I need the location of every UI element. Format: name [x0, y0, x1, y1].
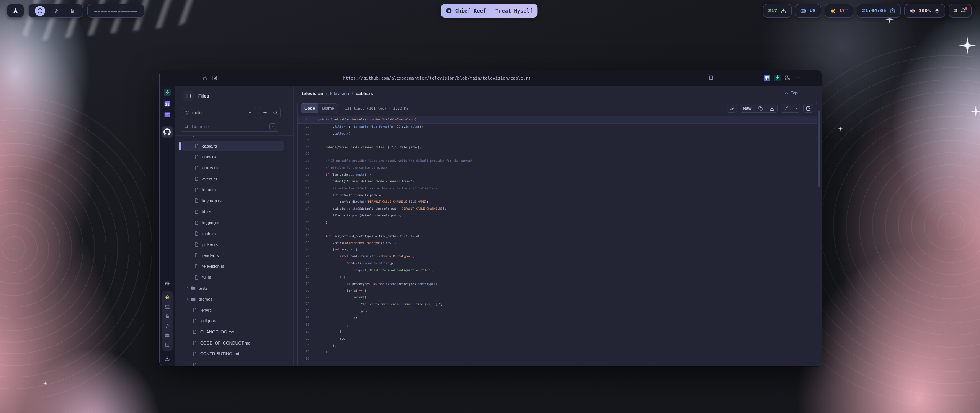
line-number[interactable]: 53 [298, 130, 309, 137]
line-number[interactable]: 57 [298, 158, 309, 164]
workspace-music-note-button[interactable] [165, 323, 170, 328]
status-notifications[interactable]: 8 [949, 4, 972, 18]
line-number[interactable]: 70 [298, 246, 309, 253]
line-number[interactable]: 63 [298, 198, 309, 205]
workspace-laptop-button[interactable] [165, 304, 170, 309]
breadcrumb-dir[interactable]: television [330, 91, 349, 96]
tree-item-television.rs[interactable]: television.rs [175, 261, 293, 272]
line-number[interactable]: 62 [298, 192, 309, 199]
ellipsis-icon[interactable] [794, 75, 800, 81]
tree-item-CONTRIBUTING.md[interactable]: CONTRIBUTING.md [175, 348, 293, 359]
workspace-notes-button[interactable] [165, 342, 170, 348]
media-player-pill[interactable]: Chief Keef - Treat Myself [441, 4, 537, 18]
workspace-padlock-button[interactable] [165, 314, 170, 319]
tree-item-render.rs[interactable]: render.rs [175, 250, 293, 261]
window-scrollbar[interactable] [818, 88, 820, 364]
line-number[interactable]: 77 [298, 294, 309, 301]
tree-item-event.rs[interactable]: event.rs [175, 173, 293, 184]
puzzle-icon[interactable] [784, 75, 790, 81]
collapse-sidebar-button[interactable] [183, 91, 194, 101]
tree-item-lib.rs[interactable]: lib.rs [175, 206, 293, 217]
workspace-document[interactable] [67, 5, 77, 16]
status-weather[interactable]: 17° [825, 4, 853, 18]
tree-item-CODE_OF_CONDUCT.md[interactable]: CODE_OF_CONDUCT.md [175, 337, 293, 348]
tree-item-CHANGELOG.md[interactable]: CHANGELOG.md [175, 327, 293, 338]
download-raw-button[interactable] [766, 104, 777, 112]
line-number[interactable]: 67 [298, 226, 309, 233]
line-number[interactable]: 83 [298, 335, 309, 342]
line-number[interactable]: 58 [298, 164, 309, 171]
pinned-tab-calendar-31[interactable]: 31 [164, 100, 171, 107]
edit-dropdown-button[interactable] [792, 104, 800, 112]
line-number[interactable]: 54 [298, 137, 309, 144]
tree-item-main.rs[interactable]: main.rs [175, 228, 293, 239]
new-file-button[interactable] [260, 107, 270, 118]
bookmark-icon[interactable] [708, 75, 714, 81]
edit-button[interactable] [781, 104, 792, 112]
line-number[interactable]: 86 [298, 356, 309, 363]
line-number[interactable]: 72 [298, 260, 309, 267]
breadcrumb-repo[interactable]: television [302, 91, 323, 96]
raw-button[interactable]: Raw [740, 104, 755, 112]
copy-button[interactable] [755, 104, 766, 112]
symbols-panel-button[interactable] [803, 104, 813, 113]
line-number[interactable]: 43 [298, 116, 309, 123]
lock-icon[interactable] [202, 75, 207, 81]
active-tab-github[interactable] [162, 126, 173, 138]
line-number[interactable]: 61 [298, 185, 309, 192]
pinned-tab-bolt-pinned[interactable] [164, 89, 171, 96]
window-title-pill[interactable]: _____________ [87, 4, 144, 18]
tree-item-input.rs[interactable]: input.rs [175, 184, 293, 195]
line-number[interactable]: 76 [298, 288, 309, 294]
tab-blame[interactable]: Blame [318, 106, 338, 111]
tree-item-tests[interactable]: tests [175, 283, 293, 294]
line-number[interactable]: 74 [298, 274, 309, 281]
line-number[interactable]: 69 [298, 240, 309, 247]
launcher-button[interactable] [7, 4, 24, 18]
line-number[interactable]: 82 [298, 328, 309, 335]
url-text[interactable]: https://github.com/alexpasmantier/televi… [217, 70, 657, 86]
line-number[interactable]: 85 [298, 349, 309, 356]
line-number[interactable]: 55 [298, 144, 309, 151]
line-number[interactable]: 66 [298, 219, 309, 226]
bitwarden-icon[interactable] [764, 75, 770, 81]
workspace-briefcase-button[interactable] [165, 333, 170, 338]
line-number[interactable]: 59 [298, 171, 309, 178]
tree-item-draw.rs[interactable]: draw.rs [175, 151, 293, 163]
line-number[interactable]: 81 [298, 322, 309, 328]
line-number[interactable]: 79 [298, 308, 309, 315]
goto-file-box[interactable]: t [181, 122, 279, 132]
line-number[interactable]: 75 [298, 281, 309, 288]
tree-item-picker.rs[interactable]: picker.rs [175, 239, 293, 250]
site-info-icon[interactable] [212, 75, 217, 81]
line-number[interactable]: 80 [298, 315, 309, 322]
line-number[interactable]: 56 [298, 151, 309, 158]
bolt-ext-icon[interactable] [774, 75, 781, 81]
pinned-tab-mail[interactable] [164, 111, 171, 118]
workspace-house-button[interactable] [165, 294, 170, 300]
scroll-to-top-link[interactable]: Top [784, 91, 798, 95]
settings-button[interactable] [164, 281, 170, 286]
tree-item-cable.rs[interactable]: cable.rs [175, 141, 293, 152]
line-number[interactable]: 71 [298, 253, 309, 260]
tree-item-themes[interactable]: themes [175, 294, 293, 305]
tree-item-.gitignore[interactable]: .gitignore [175, 315, 293, 327]
line-number[interactable]: 60 [298, 178, 309, 185]
workspace-globe[interactable] [35, 6, 45, 16]
browser-urlbar[interactable]: https://github.com/alexpasmantier/televi… [160, 70, 822, 86]
line-number[interactable]: 68 [298, 233, 309, 240]
tree-item-.envrc[interactable]: .envrc [175, 305, 293, 316]
tree-item-errors.rs[interactable]: errors.rs [175, 163, 293, 174]
line-number[interactable]: 73 [298, 267, 309, 274]
downloads-button[interactable] [164, 356, 170, 361]
status-clock[interactable]: 21:04:05 [857, 4, 901, 18]
status-audio[interactable]: 100% [904, 4, 945, 18]
search-tree-button[interactable] [270, 107, 280, 118]
tab-code[interactable]: Code [301, 103, 318, 113]
tree-item-logging.rs[interactable]: logging.rs [175, 217, 293, 228]
line-number[interactable]: 52 [298, 124, 309, 130]
scrollbar-thumb[interactable] [818, 111, 820, 187]
line-number[interactable]: 78 [298, 301, 309, 308]
workspace-music-note[interactable] [52, 5, 61, 16]
copilot-button[interactable] [727, 104, 737, 113]
